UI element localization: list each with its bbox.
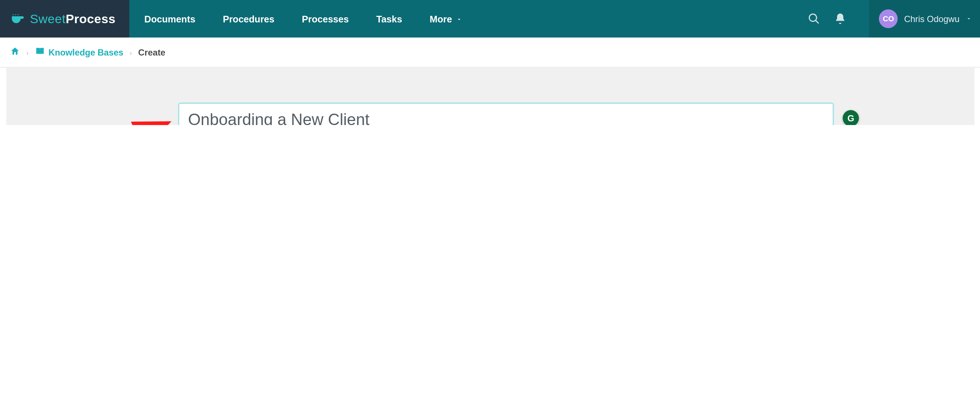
create-form: G Continue [178,102,834,125]
cup-icon [9,10,27,27]
nav-more-label: More [430,14,452,24]
annotation-arrow [100,118,181,125]
breadcrumb-sep: › [26,48,28,56]
search-icon[interactable] [808,13,821,25]
nav-procedures[interactable]: Procedures [223,14,274,24]
main-content: G Continue [6,68,975,125]
breadcrumb-sep: › [130,48,132,56]
nav-processes[interactable]: Processes [302,14,349,24]
nav-documents[interactable]: Documents [145,14,196,24]
grammarly-icon[interactable]: G [843,110,859,125]
nav-links: Documents Procedures Processes Tasks Mor… [129,0,808,38]
breadcrumb-kb-label: Knowledge Bases [48,47,124,57]
brand-text: SweetProcess [30,11,116,26]
title-input[interactable] [178,102,834,125]
breadcrumb-knowledge-bases[interactable]: Knowledge Bases [35,46,124,58]
avatar: CO [879,10,898,28]
nav-right: CO Chris Odogwu [808,0,980,38]
breadcrumb-home[interactable] [10,46,20,58]
top-nav: SweetProcess Documents Procedures Proces… [0,0,980,38]
chevron-down-icon [456,14,462,24]
book-icon [35,46,45,58]
brand-logo[interactable]: SweetProcess [0,0,129,38]
svg-line-0 [100,123,169,125]
breadcrumb-current: Create [138,47,165,57]
user-name: Chris Odogwu [904,14,959,24]
chevron-down-icon [966,13,972,25]
nav-tasks[interactable]: Tasks [376,14,402,24]
breadcrumb: › Knowledge Bases › Create [0,38,980,68]
bell-icon[interactable] [834,13,846,25]
user-menu[interactable]: CO Chris Odogwu [869,0,980,38]
home-icon [10,46,20,58]
nav-more[interactable]: More [430,14,462,24]
